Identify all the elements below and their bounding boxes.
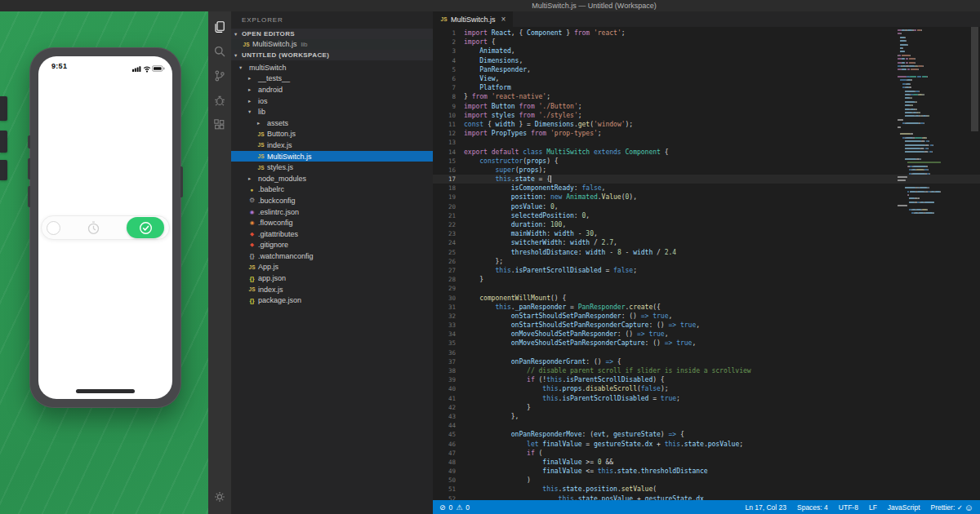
code-line[interactable]: 51 this.state.position.setValue( bbox=[433, 485, 980, 494]
code-line[interactable]: 42 } bbox=[433, 403, 980, 412]
tab-close-icon[interactable]: × bbox=[501, 15, 506, 24]
tree-file-package.json[interactable]: {}package.json bbox=[231, 295, 433, 306]
code-line[interactable]: 26 }; bbox=[433, 257, 980, 266]
tree-file-MultiSwitch.js[interactable]: JSMultiSwitch.js bbox=[231, 151, 433, 162]
code-line[interactable]: 48 finalValue >= 0 && bbox=[433, 458, 980, 467]
line-number[interactable]: 22 bbox=[433, 221, 456, 228]
line-number[interactable]: 11 bbox=[433, 121, 456, 128]
code-line[interactable]: 47 if ( bbox=[433, 449, 980, 458]
line-number[interactable]: 43 bbox=[433, 413, 456, 420]
line-number[interactable]: 3 bbox=[433, 47, 456, 55]
code-line[interactable]: 22 duration: 100, bbox=[433, 220, 980, 229]
line-number[interactable]: 17 bbox=[433, 175, 456, 183]
line-number[interactable]: 30 bbox=[433, 295, 456, 302]
line-number[interactable]: 31 bbox=[433, 304, 456, 311]
code-line[interactable]: 28 } bbox=[433, 275, 980, 284]
tree-folder-android[interactable]: ▸android bbox=[231, 84, 433, 95]
line-number[interactable]: 48 bbox=[433, 459, 456, 466]
status-item[interactable]: Ln 17, Col 23 bbox=[745, 503, 786, 512]
tree-folder-assets[interactable]: ▸assets bbox=[231, 117, 433, 129]
line-number[interactable]: 20 bbox=[433, 203, 456, 210]
code-line[interactable]: 24 switcherWidth: width / 2.7, bbox=[433, 238, 980, 247]
code-line[interactable]: 37 onPanResponderGrant: () => { bbox=[433, 357, 980, 366]
line-number[interactable]: 36 bbox=[433, 349, 456, 357]
status-item[interactable]: Prettier: ✓ bbox=[931, 503, 963, 512]
minimap[interactable] bbox=[898, 29, 968, 215]
debug-icon[interactable] bbox=[208, 88, 231, 113]
switch-thumb-selected[interactable] bbox=[127, 217, 164, 238]
line-number[interactable]: 8 bbox=[433, 93, 456, 100]
code-line[interactable]: 46 let finalValue = gestureState.dx + th… bbox=[433, 439, 980, 448]
tree-file-Button.js[interactable]: JSButton.js bbox=[231, 129, 433, 140]
line-number[interactable]: 38 bbox=[433, 367, 456, 374]
code-line[interactable]: 52 this.state.posValue + gestureState.dx bbox=[433, 494, 980, 500]
source-control-icon[interactable] bbox=[208, 64, 231, 88]
tree-folder-node_modules[interactable]: ▸node_modules bbox=[231, 173, 433, 184]
code-line[interactable]: 31 this._panResponder = PanResponder.cre… bbox=[433, 303, 980, 312]
code-line[interactable]: 32 onStartShouldSetPanResponder: () => t… bbox=[433, 312, 980, 321]
line-number[interactable]: 42 bbox=[433, 404, 456, 411]
line-number[interactable]: 21 bbox=[433, 212, 456, 219]
feedback-smiley-icon[interactable]: ☺ bbox=[964, 503, 973, 512]
line-number[interactable]: 49 bbox=[433, 467, 456, 475]
line-number[interactable]: 1 bbox=[433, 29, 456, 37]
line-number[interactable]: 4 bbox=[433, 57, 456, 64]
status-item[interactable]: Spaces: 4 bbox=[797, 503, 828, 512]
line-number[interactable]: 19 bbox=[433, 193, 456, 201]
line-number[interactable]: 18 bbox=[433, 184, 456, 192]
tree-file-.watchmanconfig[interactable]: {}.watchmanconfig bbox=[231, 250, 433, 262]
tree-folder-ios[interactable]: ▸ios bbox=[231, 95, 433, 107]
switch-position-empty-icon[interactable] bbox=[47, 221, 60, 235]
tree-file-.buckconfig[interactable]: ⚙.buckconfig bbox=[231, 195, 433, 206]
code-line[interactable]: 27 this.isParentScrollDisabled = false; bbox=[433, 266, 980, 275]
code-line[interactable]: 35 onMoveShouldSetPanResponderCapture: (… bbox=[433, 339, 980, 348]
tree-file-.gitignore[interactable]: ◆.gitignore bbox=[231, 240, 433, 251]
editor-scrollbar[interactable] bbox=[971, 27, 978, 131]
code-line[interactable]: 23 mainWidth: width - 30, bbox=[433, 229, 980, 238]
line-number[interactable]: 39 bbox=[433, 376, 456, 383]
code-line[interactable]: 50 ) bbox=[433, 476, 980, 485]
line-number[interactable]: 2 bbox=[433, 38, 456, 46]
code-line[interactable]: 38 // disable parent scroll if slider is… bbox=[433, 366, 980, 375]
home-indicator[interactable] bbox=[76, 389, 135, 393]
line-number[interactable]: 16 bbox=[433, 166, 456, 174]
switch-position-timer-icon[interactable] bbox=[87, 221, 100, 235]
tree-folder-multiSwitch[interactable]: ▾multiSwitch bbox=[231, 62, 433, 73]
code-line[interactable]: 41 this.isParentScrollDisabled = true; bbox=[433, 394, 980, 403]
open-editor-item[interactable]: JS MultiSwitch.js lib bbox=[231, 39, 433, 50]
code-line[interactable]: 40 this.props.disableScroll(false); bbox=[433, 384, 980, 393]
line-number[interactable]: 33 bbox=[433, 321, 456, 329]
line-number[interactable]: 44 bbox=[433, 422, 456, 429]
workspace-header[interactable]: ▾ UNTITLED (WORKSPACE) bbox=[231, 50, 433, 60]
line-number[interactable]: 24 bbox=[433, 239, 456, 246]
tree-file-.flowconfig[interactable]: ◉.flowconfig bbox=[231, 217, 433, 228]
tab-multiswitch[interactable]: JS MultiSwitch.js × bbox=[433, 11, 513, 27]
titlebar[interactable]: MultiSwitch.js — Untitled (Workspace) bbox=[0, 0, 980, 11]
line-number[interactable]: 15 bbox=[433, 157, 456, 165]
line-number[interactable]: 23 bbox=[433, 230, 456, 237]
status-item[interactable]: JavaScript bbox=[888, 503, 920, 512]
line-number[interactable]: 47 bbox=[433, 450, 456, 457]
line-number[interactable]: 28 bbox=[433, 276, 456, 283]
code-line[interactable]: 45 onPanResponderMove: (evt, gestureStat… bbox=[433, 430, 980, 439]
line-number[interactable]: 32 bbox=[433, 312, 456, 320]
line-number[interactable]: 41 bbox=[433, 395, 456, 402]
code-line[interactable]: 33 onStartShouldSetPanResponderCapture: … bbox=[433, 321, 980, 330]
tree-folder-lib[interactable]: ▾lib bbox=[231, 106, 433, 117]
line-number[interactable]: 34 bbox=[433, 330, 456, 338]
tree-file-index.js[interactable]: JSindex.js bbox=[231, 140, 433, 151]
line-number[interactable]: 37 bbox=[433, 358, 456, 366]
code-line[interactable]: 43 }, bbox=[433, 412, 980, 421]
code-line[interactable]: 34 onMoveShouldSetPanResponder: () => tr… bbox=[433, 330, 980, 339]
code-line[interactable]: 25 thresholdDistance: width - 8 - width … bbox=[433, 248, 980, 257]
code-line[interactable]: 36 bbox=[433, 348, 980, 357]
search-icon[interactable] bbox=[208, 39, 231, 64]
line-number[interactable]: 10 bbox=[433, 112, 456, 119]
line-number[interactable]: 12 bbox=[433, 130, 456, 137]
tree-file-index.js[interactable]: JSindex.js bbox=[231, 284, 433, 295]
multi-switch-control[interactable] bbox=[41, 215, 170, 240]
code-line[interactable]: 30 componentWillMount() { bbox=[433, 293, 980, 302]
code-editor[interactable]: 1import React, { Component } from 'react… bbox=[433, 27, 980, 500]
status-item[interactable]: LF bbox=[869, 503, 877, 512]
tree-file-.gitattributes[interactable]: ◆.gitattributes bbox=[231, 228, 433, 240]
